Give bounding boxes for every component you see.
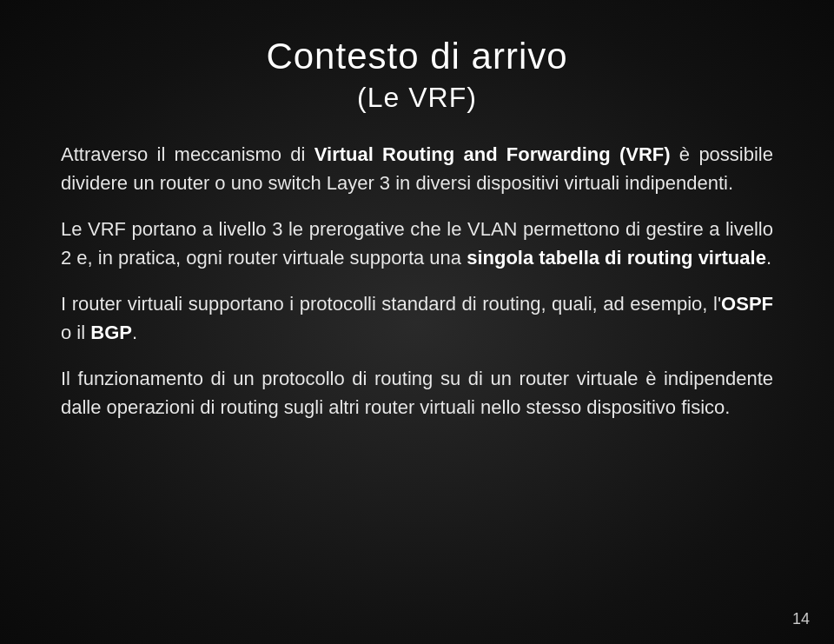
paragraph-1: Attraverso il meccanismo di Virtual Rout… [61,140,773,197]
paragraph-3: I router virtuali supportano i protocoll… [61,289,773,347]
paragraph-4: Il funzionamento di un protocollo di rou… [61,364,773,422]
content-section: Attraverso il meccanismo di Virtual Rout… [52,140,782,609]
paragraph-2: Le VRF portano a livello 3 le prerogativ… [61,215,773,272]
slide-title-sub: (Le VRF) [52,82,782,114]
slide-container: Contesto di arrivo (Le VRF) Attraverso i… [0,0,834,644]
title-section: Contesto di arrivo (Le VRF) [52,35,782,114]
slide-title-main: Contesto di arrivo [52,35,782,78]
page-number: 14 [792,610,810,628]
